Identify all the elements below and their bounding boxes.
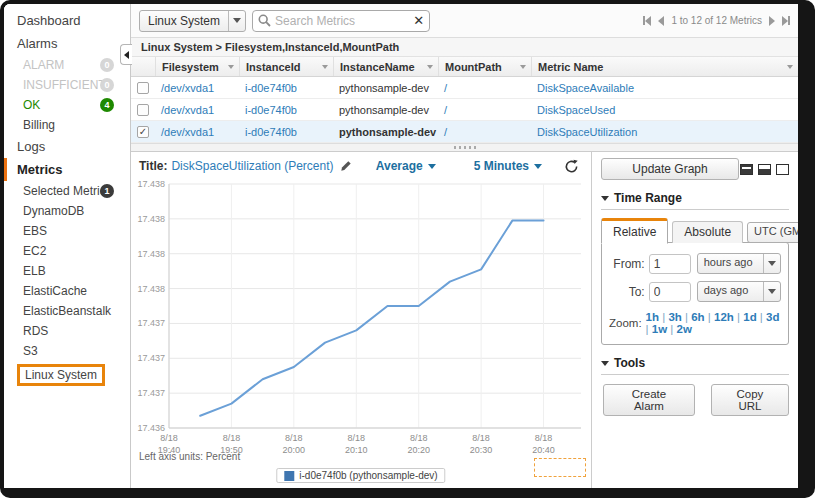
checkbox-cell	[131, 104, 155, 116]
sidebar-item-selected-metrics[interactable]: Selected Metrics1	[4, 181, 130, 201]
prev-page-icon[interactable]	[658, 16, 664, 26]
zoom-link-2w[interactable]: 2w	[677, 323, 692, 335]
sidebar-item-dashboard[interactable]: Dashboard	[4, 9, 130, 32]
sidebar-item-label: RDS	[23, 324, 48, 338]
last-page-icon[interactable]	[782, 16, 790, 26]
legend-label: i-d0e74f0b (pythonsample-dev)	[299, 470, 437, 481]
refresh-icon[interactable]	[564, 159, 579, 174]
column-header-filesystem[interactable]: Filesystem	[155, 57, 239, 76]
sidebar-item-elb[interactable]: ELB	[4, 261, 130, 281]
mount-path-link[interactable]: /	[438, 104, 531, 116]
edit-title-icon[interactable]	[340, 160, 352, 172]
tab-relative[interactable]: Relative	[601, 218, 668, 244]
zoom-link-3h[interactable]: 3h	[668, 311, 681, 323]
sidebar-item-ok[interactable]: OK4	[4, 95, 130, 115]
zoom-link-1d[interactable]: 1d	[743, 311, 756, 323]
svg-text:20:20: 20:20	[407, 445, 430, 455]
to-unit-select[interactable]: days ago	[697, 281, 781, 302]
sidebar-item-elasticache[interactable]: ElastiCache	[4, 281, 130, 301]
sidebar-item-elasticbeanstalk[interactable]: ElasticBeanstalk	[4, 301, 130, 321]
table-body: /dev/xvda1i-d0e74f0bpythonsample-dev/Dis…	[131, 77, 798, 143]
table-row[interactable]: /dev/xvda1i-d0e74f0bpythonsample-dev/Dis…	[131, 99, 798, 121]
table-graph-splitter[interactable]	[131, 143, 798, 152]
from-value-input[interactable]	[649, 254, 691, 274]
filesystem-link[interactable]: /dev/xvda1	[155, 104, 239, 116]
sidebar-item-linux-system[interactable]: Linux System	[4, 361, 130, 389]
time-range-section-header[interactable]: Time Range	[601, 191, 789, 210]
column-header-metric-name[interactable]: Metric Name	[531, 57, 798, 76]
graph-header: Title: DiskSpaceUtilization (Percent) Av…	[135, 154, 587, 178]
sidebar-badge: 4	[100, 98, 114, 112]
row-checkbox[interactable]	[137, 104, 149, 116]
sidebar-item-ec2[interactable]: EC2	[4, 241, 130, 261]
sidebar-item-metrics[interactable]: Metrics	[4, 158, 130, 181]
filesystem-link[interactable]: /dev/xvda1	[155, 82, 239, 94]
sidebar-item-s3[interactable]: S3	[4, 341, 130, 361]
update-graph-button[interactable]: Update Graph	[601, 158, 739, 180]
instance-id-link[interactable]: i-d0e74f0b	[239, 104, 333, 116]
search-input[interactable]	[275, 14, 409, 28]
zoom-link-1h[interactable]: 1h	[646, 311, 659, 323]
row-checkbox[interactable]	[137, 82, 149, 94]
instance-id-link[interactable]: i-d0e74f0b	[239, 126, 333, 138]
tools-section-header[interactable]: Tools	[601, 356, 789, 375]
first-page-icon[interactable]	[643, 16, 651, 26]
splitter-grip-icon	[454, 146, 476, 149]
sidebar-item-label: Linux System	[17, 364, 105, 386]
next-page-icon[interactable]	[769, 16, 775, 26]
copy-url-button[interactable]: Copy URL	[711, 384, 789, 416]
metric-type-select[interactable]: Linux System	[139, 10, 246, 32]
sidebar-item-insufficient[interactable]: INSUFFICIENT0	[4, 75, 130, 95]
create-alarm-button[interactable]: Create Alarm	[603, 384, 695, 416]
sidebar-item-ebs[interactable]: EBS	[4, 221, 130, 241]
table-row[interactable]: /dev/xvda1i-d0e74f0bpythonsample-dev/Dis…	[131, 77, 798, 99]
zoom-link-6h[interactable]: 6h	[691, 311, 704, 323]
graph-minimize-icon[interactable]	[740, 164, 753, 175]
mount-path-link[interactable]: /	[438, 82, 531, 94]
from-unit-select[interactable]: hours ago	[697, 253, 781, 274]
chevron-down-icon	[763, 254, 780, 273]
graph-split-icon[interactable]	[758, 164, 771, 175]
sidebar-item-label: Metrics	[17, 162, 63, 177]
zoom-link-3d[interactable]: 3d	[766, 311, 779, 323]
clear-search-icon[interactable]: ✕	[413, 14, 424, 27]
sidebar-item-alarms[interactable]: Alarms	[4, 32, 130, 55]
graph-maximize-icon[interactable]	[776, 164, 789, 175]
column-header-instancename[interactable]: InstanceName	[333, 57, 438, 76]
sidebar-item-label: ELB	[23, 264, 46, 278]
sidebar-item-dynamodb[interactable]: DynamoDB	[4, 201, 130, 221]
timezone-select[interactable]: UTC (GMT)	[747, 222, 815, 243]
column-header-instanceid[interactable]: InstanceId	[239, 57, 333, 76]
zoom-link-1w[interactable]: 1w	[652, 323, 667, 335]
metric-name-link[interactable]: DiskSpaceUtilization	[531, 126, 798, 138]
table-row[interactable]: ✓/dev/xvda1i-d0e74f0bpythonsample-dev/Di…	[131, 121, 798, 143]
mount-path-link[interactable]: /	[438, 126, 531, 138]
filesystem-link[interactable]: /dev/xvda1	[155, 126, 239, 138]
column-label: InstanceName	[340, 61, 415, 73]
svg-text:8/18: 8/18	[223, 433, 241, 443]
sidebar-item-label: Billing	[23, 118, 55, 132]
statistic-dropdown[interactable]: Average	[376, 159, 436, 173]
metric-name-link[interactable]: DiskSpaceUsed	[531, 104, 798, 116]
sidebar-item-billing[interactable]: Billing	[4, 115, 130, 135]
zoom-link-12h[interactable]: 12h	[714, 311, 734, 323]
sidebar-badge: 0	[100, 58, 114, 72]
svg-text:17.438: 17.438	[137, 214, 165, 224]
column-header-mountpath[interactable]: MountPath	[438, 57, 531, 76]
sidebar-item-rds[interactable]: RDS	[4, 321, 130, 341]
graph-title: DiskSpaceUtilization (Percent)	[171, 159, 333, 173]
row-checkbox[interactable]: ✓	[137, 126, 149, 138]
sidebar-item-logs[interactable]: Logs	[4, 135, 130, 158]
instance-id-link[interactable]: i-d0e74f0b	[239, 82, 333, 94]
tab-absolute[interactable]: Absolute	[672, 221, 743, 243]
to-value-input[interactable]	[649, 282, 691, 302]
title-label: Title:	[139, 159, 167, 173]
sidebar-item-alarm[interactable]: ALARM0	[4, 55, 130, 75]
period-dropdown[interactable]: 5 Minutes	[474, 159, 542, 173]
to-label: To:	[609, 285, 645, 299]
svg-text:20:10: 20:10	[345, 445, 368, 455]
svg-text:17.438: 17.438	[137, 249, 165, 259]
sidebar-collapse-handle[interactable]	[120, 44, 132, 65]
metric-name-link[interactable]: DiskSpaceAvailable	[531, 82, 798, 94]
sort-caret-icon	[228, 65, 234, 69]
